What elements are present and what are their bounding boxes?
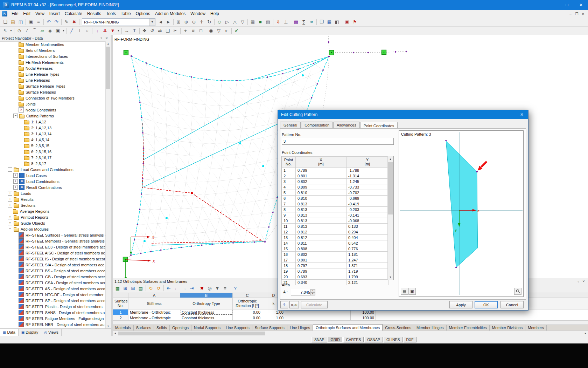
tree-item[interactable]: ✕Nodal Constraints xyxy=(0,107,106,113)
point-no-cell[interactable]: 10 xyxy=(282,218,296,224)
tree-item[interactable]: RF-STEEL AISC - Design of steel members … xyxy=(0,250,106,256)
solid-tool-icon[interactable]: ◆ xyxy=(46,27,54,34)
menu-view[interactable]: View xyxy=(33,11,47,17)
text-tool-icon[interactable]: T xyxy=(131,27,138,34)
tree-expander-icon[interactable]: + xyxy=(13,185,18,190)
dialog-title-bar[interactable]: Edit Cutting Pattern ✕ xyxy=(278,110,528,119)
stiffness-cell[interactable]: Membrane - Orthotropic xyxy=(128,315,180,321)
apply-button[interactable]: Apply xyxy=(449,301,472,308)
view-z-icon[interactable]: ▽ xyxy=(239,18,246,26)
regenerate-icon[interactable]: ↺ xyxy=(155,285,162,292)
show-results-icon[interactable]: ≈ xyxy=(308,18,315,26)
member-tool-icon[interactable]: ╱ xyxy=(68,27,76,34)
point-no-cell[interactable]: 2 xyxy=(282,173,296,179)
zoom-button[interactable] xyxy=(514,288,522,295)
table-tab-member-divisions[interactable]: Member Divisions xyxy=(490,325,525,330)
point-no-cell[interactable]: 18 xyxy=(282,263,296,268)
menu-file[interactable]: File xyxy=(9,11,21,17)
partial-view-icon[interactable]: ◐ xyxy=(223,27,230,34)
tree-item[interactable]: −Load Cases and Combinations xyxy=(0,166,106,172)
menu-calculate[interactable]: Calculate xyxy=(62,11,85,17)
maximize-button[interactable]: □ xyxy=(560,0,574,10)
point-x-cell[interactable]: 0.813 xyxy=(296,212,346,218)
point-no-cell[interactable]: 16 xyxy=(282,252,296,257)
tree-item[interactable]: RF-STEEL BS - Design of steel members ac… xyxy=(0,268,106,274)
point-y-cell[interactable]: 1.247 xyxy=(346,257,388,263)
point-y-cell[interactable]: 0.776 xyxy=(346,246,388,252)
trim-tool-icon[interactable]: ✂ xyxy=(172,27,179,34)
cutting-pattern-preview[interactable]: Cutting Pattern: 3 x y ▤ ▣ xyxy=(399,130,524,297)
cancel-button[interactable]: Cancel xyxy=(500,301,524,308)
new-file-icon[interactable]: ❏ xyxy=(1,18,9,26)
point-x-cell[interactable]: 0.802 xyxy=(296,252,346,257)
load-dropdown-icon[interactable]: ▼ xyxy=(117,27,120,34)
point-x-cell[interactable]: 0.808 xyxy=(296,246,346,252)
nodal-load-tool-icon[interactable]: ↓ xyxy=(93,27,101,34)
combo-dropdown-icon[interactable]: ▼ xyxy=(149,19,155,26)
view-y-icon[interactable]: △ xyxy=(231,18,239,26)
dialog-tab-general[interactable]: General xyxy=(280,122,301,129)
table-filter-icon[interactable]: ▼ xyxy=(214,285,221,292)
tree-item[interactable]: +⇊Load Combinations xyxy=(0,178,106,184)
child-window-icon[interactable]: R xyxy=(2,11,7,16)
scroll-down-icon[interactable]: ▼ xyxy=(106,324,111,329)
tree-item[interactable]: −Add-on Modules xyxy=(0,226,106,232)
table-edit-mode-icon[interactable]: ▦ xyxy=(114,285,121,292)
column-letter-c[interactable]: C xyxy=(233,293,262,298)
dialog-close-icon[interactable]: ✕ xyxy=(516,110,528,119)
point-x-cell[interactable]: 0.809 xyxy=(296,184,346,190)
tree-item[interactable]: Surface Release Types xyxy=(0,83,106,89)
tree-item[interactable]: RF-STEEL IS - Design of steel members ac… xyxy=(0,256,106,262)
scroll-up-icon[interactable]: ▲ xyxy=(388,156,393,162)
table-horizontal-scrollbar[interactable]: ◄ ► xyxy=(113,330,588,336)
point-row[interactable]: 80.813-0.203 xyxy=(282,207,388,212)
point-no-cell[interactable]: 4 xyxy=(282,184,296,190)
tree-expander-icon[interactable]: − xyxy=(13,114,18,118)
menu-results[interactable]: Results xyxy=(85,11,104,17)
point-x-cell[interactable]: 0.789 xyxy=(296,168,346,173)
jump-first-icon[interactable]: ⇤ xyxy=(165,285,173,292)
tree-item[interactable]: RF-STEEL SP - Design of steel members ac… xyxy=(0,298,106,304)
point-row[interactable]: 210.3402.121 xyxy=(282,280,388,285)
point-row[interactable]: 130.8120.404 xyxy=(282,235,388,240)
point-row[interactable]: 100.813-0.068 xyxy=(282,218,388,224)
show-loads-icon[interactable]: ⇩ xyxy=(274,18,282,26)
status-toggle-osnap[interactable]: OSNAP xyxy=(364,337,383,342)
jump-previous-icon[interactable]: ← xyxy=(173,285,180,292)
panel-pin-icon[interactable]: ▿ xyxy=(576,280,581,283)
tree-expander-icon[interactable]: − xyxy=(8,227,12,231)
point-no-cell[interactable]: 20 xyxy=(282,274,296,280)
nav-tab-display[interactable]: ▣ Display xyxy=(19,329,42,336)
tree-item[interactable]: RF-STEEL GB - Design of steel members ac… xyxy=(0,274,106,280)
point-y-cell[interactable]: -0.141 xyxy=(346,212,388,218)
point-y-cell[interactable]: -1.788 xyxy=(346,168,388,173)
tree-expander-icon[interactable]: + xyxy=(13,173,18,178)
mirror-tool-icon[interactable]: ⇄ xyxy=(156,27,164,34)
k-cell[interactable]: 1.00 xyxy=(262,315,285,321)
rotate-view-icon[interactable]: ↻ xyxy=(205,18,213,26)
copy-tool-icon[interactable]: ❑ xyxy=(164,27,172,34)
tree-item[interactable]: 4: 1,4,5,14 xyxy=(0,137,106,143)
point-y-cell[interactable]: 2.121 xyxy=(346,280,388,285)
transparent-display-icon[interactable]: ▨ xyxy=(264,18,272,26)
point-y-cell[interactable]: 1.719 xyxy=(346,268,388,274)
grid-settings-icon[interactable]: # xyxy=(189,27,197,34)
table-tab-surface-supports[interactable]: Surface Supports xyxy=(252,325,287,330)
table-tab-member-hinges[interactable]: Member Hinges xyxy=(414,325,447,330)
point-row[interactable]: 20.801-1.314 xyxy=(282,173,388,179)
point-x-cell[interactable]: 0.801 xyxy=(296,257,346,263)
point-row[interactable]: 110.8130.133 xyxy=(282,224,388,229)
point-no-cell[interactable]: 9 xyxy=(282,212,296,218)
point-no-cell[interactable]: 17 xyxy=(282,257,296,263)
child-close-button[interactable]: ✕ xyxy=(580,12,586,16)
edit-icon[interactable]: ✎ xyxy=(63,18,70,26)
zoom-out-icon[interactable]: ⊖ xyxy=(190,18,198,26)
point-y-cell[interactable]: 0.404 xyxy=(346,235,388,240)
printout-report-icon[interactable]: ≡ xyxy=(35,18,42,26)
point-no-cell[interactable]: 1 xyxy=(282,168,296,173)
point-no-cell[interactable]: 13 xyxy=(282,235,296,240)
tree-item[interactable]: +Printout Reports xyxy=(0,214,106,220)
menu-window[interactable]: Window xyxy=(188,11,208,17)
tree-item[interactable]: +⇊Result Combinations xyxy=(0,184,106,190)
point-row[interactable]: 50.810-0.702 xyxy=(282,190,388,196)
